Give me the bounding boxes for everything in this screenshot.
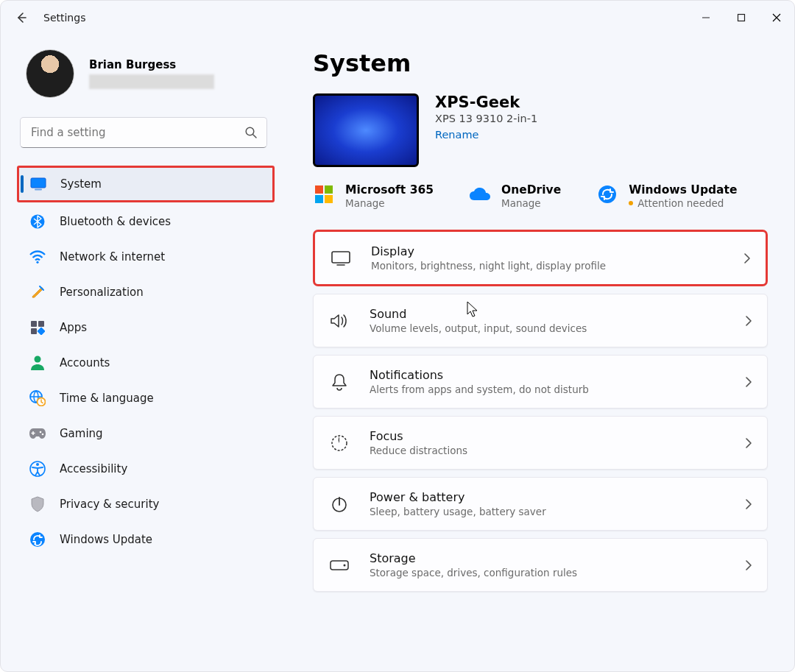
svg-rect-9	[37, 327, 45, 335]
device-preview[interactable]	[313, 93, 419, 167]
card-sub: Alerts from apps and system, do not dist…	[370, 383, 745, 395]
focus-icon	[328, 434, 350, 452]
power-icon	[328, 495, 350, 513]
svg-rect-6	[31, 321, 37, 327]
nav-label: Time & language	[60, 392, 154, 405]
card-sub: Sleep, battery usage, battery saver	[370, 506, 745, 517]
card-focus[interactable]: Focus Reduce distractions	[313, 416, 768, 470]
card-sub: Volume levels, output, input, sound devi…	[370, 322, 745, 334]
tile-title: OneDrive	[501, 183, 561, 197]
nav-gaming[interactable]: Gaming	[18, 417, 272, 450]
app-title: Settings	[43, 12, 85, 24]
nav-windows-update[interactable]: Windows Update	[18, 523, 272, 556]
card-sub: Storage space, drives, configuration rul…	[370, 567, 745, 579]
sidebar: Brian Burgess System	[1, 35, 280, 671]
sound-icon	[328, 313, 350, 329]
card-display[interactable]: Display Monitors, brightness, night ligh…	[315, 232, 766, 284]
chevron-right-icon	[745, 376, 752, 388]
device-model: XPS 13 9310 2-in-1	[435, 113, 537, 124]
nav-accounts[interactable]: Accounts	[18, 347, 272, 379]
search-input[interactable]	[29, 125, 244, 140]
tile-windows-update[interactable]: Windows Update Attention needed	[596, 183, 737, 209]
tile-onedrive[interactable]: OneDrive Manage	[469, 183, 561, 209]
globe-clock-icon	[29, 389, 46, 407]
svg-point-17	[30, 532, 45, 547]
search-box[interactable]	[20, 117, 267, 148]
svg-rect-21	[325, 195, 333, 203]
arrow-left-icon	[15, 12, 27, 24]
nav-personalization[interactable]: Personalization	[18, 276, 272, 308]
close-icon	[772, 13, 781, 22]
svg-point-13	[40, 431, 42, 434]
close-button[interactable]	[759, 1, 794, 35]
nav-label: Network & internet	[60, 250, 165, 264]
nav-label: Accounts	[60, 356, 110, 369]
svg-rect-23	[332, 252, 350, 263]
avatar	[26, 49, 74, 98]
svg-rect-19	[325, 185, 333, 194]
svg-point-16	[36, 463, 39, 466]
window-controls	[688, 1, 794, 35]
card-notifications[interactable]: Notifications Alerts from apps and syste…	[313, 355, 768, 408]
system-icon	[29, 175, 47, 193]
tile-m365[interactable]: Microsoft 365 Manage	[313, 183, 434, 209]
nav-system[interactable]: System	[19, 168, 272, 200]
svg-point-5	[36, 261, 38, 264]
back-button[interactable]	[11, 7, 32, 28]
rename-link[interactable]: Rename	[435, 129, 478, 141]
apps-icon	[29, 319, 46, 336]
card-sub: Monitors, brightness, night light, displ…	[371, 260, 743, 272]
nav-bluetooth[interactable]: Bluetooth & devices	[18, 205, 272, 238]
bell-icon	[328, 373, 350, 391]
accessibility-icon	[29, 460, 46, 478]
svg-rect-3	[35, 189, 42, 191]
svg-point-22	[598, 185, 616, 203]
chevron-right-icon	[745, 315, 752, 327]
nav-list: System Bluetooth & devices Network & int…	[18, 166, 272, 556]
card-storage[interactable]: Storage Storage space, drives, configura…	[313, 538, 768, 592]
m365-icon	[313, 183, 335, 205]
profile-email-redacted	[89, 74, 214, 89]
page-title: System	[313, 49, 768, 77]
gamepad-icon	[29, 425, 46, 442]
device-block: XPS-Geek XPS 13 9310 2-in-1 Rename	[313, 93, 768, 167]
nav-label: Personalization	[60, 286, 144, 299]
nav-network[interactable]: Network & internet	[18, 241, 272, 273]
nav-label: Bluetooth & devices	[60, 215, 171, 228]
nav-label: Windows Update	[60, 533, 152, 546]
minimize-button[interactable]	[688, 1, 724, 35]
chevron-right-icon	[745, 498, 752, 510]
svg-rect-0	[738, 15, 745, 21]
nav-accessibility[interactable]: Accessibility	[18, 453, 272, 485]
highlight-system: System	[17, 166, 275, 202]
card-power[interactable]: Power & battery Sleep, battery usage, ba…	[313, 477, 768, 531]
display-icon	[330, 251, 352, 266]
svg-point-14	[42, 434, 44, 436]
svg-rect-20	[315, 195, 323, 203]
quick-tiles: Microsoft 365 Manage OneDrive Manage Win…	[313, 183, 768, 209]
winupdate-icon	[596, 183, 618, 205]
card-title: Focus	[370, 429, 745, 443]
nav-label: Privacy & security	[60, 498, 159, 511]
svg-rect-7	[38, 321, 44, 327]
maximize-icon	[737, 13, 746, 22]
maximize-button[interactable]	[724, 1, 759, 35]
onedrive-icon	[469, 183, 491, 205]
profile[interactable]: Brian Burgess	[18, 49, 272, 98]
search-icon	[244, 126, 258, 139]
nav-time[interactable]: Time & language	[18, 382, 272, 414]
bluetooth-icon	[29, 213, 46, 230]
svg-rect-2	[31, 178, 46, 188]
card-sound[interactable]: Sound Volume levels, output, input, soun…	[313, 294, 768, 347]
nav-label: Accessibility	[60, 462, 127, 475]
nav-label: Gaming	[60, 427, 103, 440]
paintbrush-icon	[29, 283, 46, 301]
settings-cards: Display Monitors, brightness, night ligh…	[313, 230, 768, 592]
card-title: Display	[371, 244, 743, 258]
tile-sub: Manage	[345, 197, 434, 209]
nav-apps[interactable]: Apps	[18, 311, 272, 344]
nav-privacy[interactable]: Privacy & security	[18, 488, 272, 520]
highlight-display: Display Monitors, brightness, night ligh…	[313, 230, 768, 286]
main-content: System XPS-Geek XPS 13 9310 2-in-1 Renam…	[280, 35, 794, 671]
card-title: Sound	[370, 307, 745, 321]
